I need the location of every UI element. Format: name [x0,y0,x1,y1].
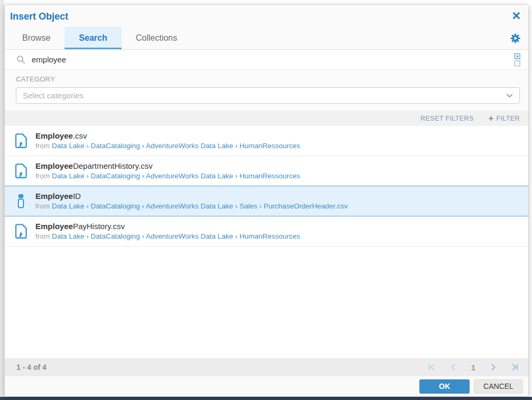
tab-collections[interactable]: Collections [122,27,191,49]
close-icon[interactable] [512,12,520,20]
svg-text:,: , [19,133,23,148]
result-title: EmployeeID [35,191,348,201]
page-behind-left-edge [0,0,4,400]
category-label: CATEGORY [16,75,520,83]
search-results-list: , Employee.csv fromData Lake › DataCatal… [5,126,528,358]
filter-bar: RESET FILTERS + FILTER [5,111,528,126]
result-title: EmployeePayHistory.csv [35,221,300,231]
result-path: fromData Lake › DataCataloging › Adventu… [35,232,300,241]
column-icon [14,194,27,208]
first-page-icon[interactable] [428,363,435,371]
last-page-icon[interactable] [511,363,519,371]
ok-button[interactable]: OK [419,379,470,394]
tab-search[interactable]: Search [65,27,121,49]
display-options-icon[interactable] [514,53,521,67]
result-path: fromData Lake › DataCataloging › Adventu… [35,171,300,181]
result-title: EmployeeDepartmentHistory.csv [35,161,300,171]
insert-object-dialog: Insert Object Browse Search Collections [4,4,529,397]
category-select-placeholder: Select categories [23,91,84,100]
result-row-employee-csv[interactable]: , Employee.csv fromData Lake › DataCatal… [5,126,528,156]
result-path: fromData Lake › DataCataloging › Adventu… [35,141,300,151]
page-behind-bottom-edge [0,397,532,400]
search-icon [16,55,25,64]
tab-browse[interactable]: Browse [8,27,65,49]
pagination-bar: 1 - 4 of 4 1 [5,358,528,376]
result-row-employeeid[interactable]: EmployeeID fromData Lake › DataCatalogin… [5,186,528,216]
csv-file-icon: , [14,224,27,239]
tab-bar: Browse Search Collections [5,27,528,50]
reset-filters-link[interactable]: RESET FILTERS [420,115,474,122]
result-row-employeepayhistory-csv[interactable]: , EmployeePayHistory.csv fromData Lake ›… [5,216,528,247]
chevron-down-icon [506,94,513,98]
dialog-footer: OK CANCEL [5,376,528,396]
category-section: CATEGORY Select categories [5,70,528,111]
add-filter-link[interactable]: + FILTER [489,114,520,123]
result-range-text: 1 - 4 of 4 [16,363,47,371]
svg-text:,: , [19,163,23,178]
reset-filters-label: RESET FILTERS [420,115,474,122]
dialog-header: Insert Object Browse Search Collections [5,5,528,50]
settings-gear-icon[interactable] [510,33,520,43]
plus-icon: + [489,114,494,123]
cancel-button[interactable]: CANCEL [474,379,523,394]
result-path: fromData Lake › DataCataloging › Adventu… [35,202,348,211]
search-bar [5,50,528,70]
next-page-icon[interactable] [490,363,497,371]
csv-file-icon: , [14,163,27,178]
add-filter-label: FILTER [496,115,520,122]
svg-text:,: , [19,224,23,238]
csv-file-icon: , [14,133,27,148]
previous-page-icon[interactable] [450,363,457,371]
dialog-title: Insert Object [10,11,68,22]
current-page-number: 1 [471,363,475,371]
search-input[interactable] [32,55,508,64]
screen: Insert Object Browse Search Collections [0,0,532,400]
category-select[interactable]: Select categories [16,87,520,104]
result-title: Employee.csv [35,131,300,141]
result-row-employeedepartmenthistory-csv[interactable]: , EmployeeDepartmentHistory.csv fromData… [5,156,528,186]
